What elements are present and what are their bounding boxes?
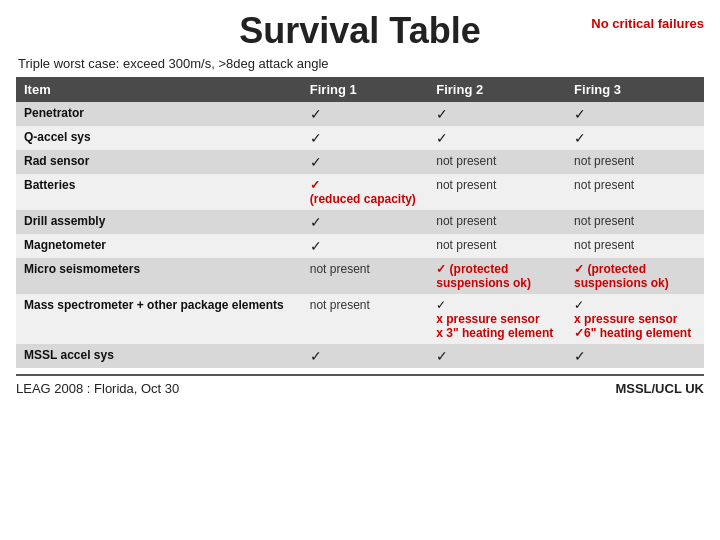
cell-firing2: ✓x pressure sensorx 3" heating element — [428, 294, 566, 344]
footer-left: LEAG 2008 : Florida, Oct 30 — [16, 381, 179, 396]
cell-firing1: not present — [302, 258, 428, 294]
footer: LEAG 2008 : Florida, Oct 30 MSSL/UCL UK — [16, 374, 704, 396]
table-row: Mass spectrometer + other package elemen… — [16, 294, 704, 344]
page: Survival Table No critical failures Trip… — [0, 0, 720, 540]
cell-item: MSSL accel sys — [16, 344, 302, 368]
f3-line2: x pressure sensor — [574, 312, 677, 326]
cell-firing1: not present — [302, 294, 428, 344]
cell-firing3: not present — [566, 174, 704, 210]
f3-line3: ✓6" heating element — [574, 326, 691, 340]
check-protected: ✓ (protectedsuspensions ok) — [436, 262, 531, 290]
survival-table: Item Firing 1 Firing 2 Firing 3 Penetrat… — [16, 77, 704, 368]
cell-firing1: ✓ — [302, 150, 428, 174]
table-row: Penetrator✓✓✓ — [16, 102, 704, 126]
cell-firing3: ✓x pressure sensor✓6" heating element — [566, 294, 704, 344]
cell-item: Penetrator — [16, 102, 302, 126]
table-row: Rad sensor✓not presentnot present — [16, 150, 704, 174]
cell-item: Mass spectrometer + other package elemen… — [16, 294, 302, 344]
cell-item: Batteries — [16, 174, 302, 210]
table-header-row: Item Firing 1 Firing 2 Firing 3 — [16, 77, 704, 102]
cell-firing3: ✓ (protectedsuspensions ok) — [566, 258, 704, 294]
cell-firing1: ✓ — [302, 234, 428, 258]
cell-firing3: not present — [566, 210, 704, 234]
table-row: Magnetometer✓not presentnot present — [16, 234, 704, 258]
cell-firing2: ✓ — [428, 344, 566, 368]
cell-firing2: not present — [428, 150, 566, 174]
col-firing2: Firing 2 — [428, 77, 566, 102]
subtitle: Triple worst case: exceed 300m/s, >8deg … — [18, 56, 704, 71]
cell-firing3: ✓ — [566, 126, 704, 150]
table-row: Micro seismometersnot present✓ (protecte… — [16, 258, 704, 294]
col-firing1: Firing 1 — [302, 77, 428, 102]
cell-firing2: not present — [428, 234, 566, 258]
cell-firing3: not present — [566, 234, 704, 258]
cell-firing2: not present — [428, 210, 566, 234]
f2-line2: x pressure sensor — [436, 312, 539, 326]
f3-line1: ✓ — [574, 298, 584, 312]
cell-firing2: ✓ — [428, 102, 566, 126]
cell-firing2: ✓ — [428, 126, 566, 150]
cell-firing3: ✓ — [566, 102, 704, 126]
cell-firing2: not present — [428, 174, 566, 210]
f2-line3: x 3" heating element — [436, 326, 553, 340]
cell-firing2: ✓ (protectedsuspensions ok) — [428, 258, 566, 294]
cell-firing1: ✓ — [302, 344, 428, 368]
col-item: Item — [16, 77, 302, 102]
col-firing3: Firing 3 — [566, 77, 704, 102]
cell-firing1: ✓ — [302, 126, 428, 150]
footer-right: MSSL/UCL UK — [615, 381, 704, 396]
f2-line1: ✓ — [436, 298, 446, 312]
table-row: MSSL accel sys✓✓✓ — [16, 344, 704, 368]
cell-item: Rad sensor — [16, 150, 302, 174]
cell-item: Magnetometer — [16, 234, 302, 258]
table-row: Q-accel sys✓✓✓ — [16, 126, 704, 150]
no-critical-label: No critical failures — [591, 16, 704, 31]
cell-firing1: ✓ — [302, 210, 428, 234]
table-row: Batteries✓ (reduced capacity)not present… — [16, 174, 704, 210]
check-reduced: ✓ (reduced capacity) — [310, 178, 416, 206]
cell-firing1: ✓ — [302, 102, 428, 126]
cell-firing3: ✓ — [566, 344, 704, 368]
cell-item: Micro seismometers — [16, 258, 302, 294]
cell-firing1: ✓ (reduced capacity) — [302, 174, 428, 210]
header-area: Survival Table No critical failures — [16, 10, 704, 52]
cell-firing3: not present — [566, 150, 704, 174]
cell-item: Drill assembly — [16, 210, 302, 234]
cell-item: Q-accel sys — [16, 126, 302, 150]
table-row: Drill assembly✓not presentnot present — [16, 210, 704, 234]
check-protected-f3: ✓ (protectedsuspensions ok) — [574, 262, 669, 290]
